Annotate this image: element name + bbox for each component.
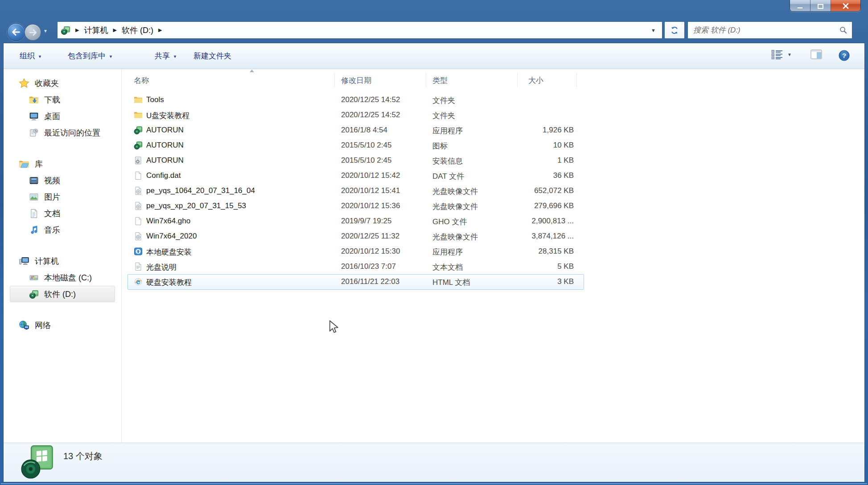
column-header-date[interactable]: 修改日期 (341, 75, 371, 86)
file-type: 文件夹 (432, 95, 455, 106)
sidebar-group-header[interactable]: 网络 (4, 317, 121, 333)
sidebar-item[interactable]: 视频 (10, 172, 115, 189)
refresh-button[interactable] (664, 21, 685, 39)
sidebar-group-header[interactable]: 库 (4, 156, 121, 172)
file-name: 本地硬盘安装 (146, 247, 192, 257)
file-row[interactable]: Tools 2020/12/25 14:52 文件夹 (122, 92, 864, 107)
dropdown-caret-icon: ▼ (787, 52, 792, 57)
search-input[interactable] (692, 25, 839, 35)
file-type: 图标 (432, 141, 448, 151)
sidebar-group: 计算机 本地磁盘 (C:) 软件 (D:) (4, 253, 121, 302)
file-list-area[interactable]: 名称 修改日期 类型 大小 Tools 2020/12/25 14:52 文件夹… (122, 69, 864, 443)
file-row[interactable]: AUTORUN 2015/5/10 2:45 图标 10 KB (122, 138, 864, 153)
sidebar-group-label: 计算机 (35, 256, 59, 267)
include-in-library-label: 包含到库中 (68, 51, 106, 61)
share-button[interactable]: 共享 ▼ (150, 43, 181, 69)
file-size: 1 KB (517, 156, 574, 165)
music-icon (29, 225, 39, 235)
file-name: pe_yqs_1064_20_07_31_16_04 (146, 186, 255, 195)
file-name: AUTORUN (146, 126, 184, 135)
sidebar-item[interactable]: 下载 (10, 91, 115, 108)
folder-icon (134, 111, 143, 119)
organize-button[interactable]: 组织 ▼ (15, 43, 46, 69)
sidebar-group-label: 库 (35, 159, 43, 169)
address-bar[interactable]: ▶ 计算机 ▶ 软件 (D:) ▶ ▼ (57, 21, 662, 39)
include-in-library-button[interactable]: 包含到库中 ▼ (63, 43, 117, 69)
column-header-name[interactable]: 名称 (134, 75, 149, 86)
breadcrumb-computer[interactable]: 计算机 (84, 25, 108, 36)
file-type: DAT 文件 (432, 171, 464, 181)
file-row[interactable]: Win7x64_2020 2020/12/25 11:32 光盘映像文件 3,8… (122, 229, 864, 244)
share-label: 共享 (155, 51, 170, 61)
recent-pages-chevron-icon[interactable]: ▼ (43, 29, 48, 33)
sidebar-item[interactable]: 软件 (D:) (10, 286, 115, 302)
dropdown-caret-icon: ▼ (173, 53, 177, 59)
breadcrumb-drive-d[interactable]: 软件 (D:) (122, 25, 153, 36)
sidebar-item[interactable]: 桌面 (10, 108, 115, 124)
file-row[interactable]: AUTORUN 2016/1/8 4:54 应用程序 1,926 KB (122, 123, 864, 138)
autorun-cd-icon (134, 141, 143, 150)
address-dropdown-icon[interactable]: ▼ (651, 28, 658, 33)
back-button[interactable] (7, 23, 25, 41)
file-row[interactable]: pe_yqs_xp_20_07_31_15_53 2020/10/12 15:3… (122, 198, 864, 214)
new-folder-button[interactable]: 新建文件夹 (189, 43, 236, 69)
file-date-modified: 2015/5/10 2:45 (341, 141, 391, 150)
sidebar-group-header[interactable]: 收藏夹 (4, 75, 121, 91)
column-header-size[interactable]: 大小 (528, 75, 543, 86)
column-separator[interactable] (576, 73, 577, 87)
file-row[interactable]: U盘安装教程 2020/12/25 14:52 文件夹 (122, 107, 864, 123)
file-row[interactable]: AUTORUN 2015/5/10 2:45 安装信息 1 KB (122, 153, 864, 168)
file-row[interactable]: Config.dat 2020/10/12 15:42 DAT 文件 36 KB (122, 168, 864, 183)
dropdown-caret-icon: ▼ (38, 53, 42, 59)
file-date-modified: 2020/10/12 15:42 (341, 171, 400, 180)
sidebar-item-label: 下载 (44, 95, 60, 105)
file-date-modified: 2020/10/12 15:41 (341, 186, 400, 195)
disc-image-icon (134, 186, 143, 195)
file-size: 36 KB (517, 171, 574, 180)
sidebar: 收藏夹 下载 桌面 最近访问的位置 库 视频 图片 文档 音乐 计算机 (4, 69, 122, 443)
file-size: 652,072 KB (517, 186, 574, 195)
file-size: 1,926 KB (517, 126, 574, 135)
file-row[interactable]: Win7x64.gho 2019/9/7 19:25 GHO 文件 2,900,… (122, 214, 864, 229)
html-file-icon (134, 277, 143, 286)
sidebar-item[interactable]: 图片 (10, 189, 115, 205)
file-size: 279,696 KB (517, 201, 574, 210)
sidebar-item-label: 桌面 (44, 111, 60, 122)
sidebar-group-header[interactable]: 计算机 (4, 253, 121, 269)
sidebar-item[interactable]: 最近访问的位置 (10, 124, 115, 141)
file-row[interactable]: pe_yqs_1064_20_07_31_16_04 2020/10/12 15… (122, 183, 864, 198)
file-size: 3,874,126 ... (517, 232, 574, 241)
column-separator[interactable] (334, 73, 335, 87)
file-row[interactable]: 硬盘安装教程 2016/11/21 22:03 HTML 文档 3 KB (122, 274, 864, 289)
blue-app-icon (134, 247, 143, 256)
file-row[interactable]: 光盘说明 2016/10/23 7:07 文本文档 5 KB (122, 259, 864, 274)
preview-pane-button[interactable] (810, 49, 822, 61)
column-separator[interactable] (426, 73, 426, 87)
sidebar-group: 收藏夹 下载 桌面 最近访问的位置 (4, 75, 121, 141)
change-view-button[interactable]: ▼ (771, 49, 792, 60)
item-count: 13 个对象 (63, 450, 103, 462)
pictures-icon (29, 192, 39, 202)
documents-icon (29, 209, 39, 218)
help-button[interactable]: ? (838, 49, 850, 63)
file-date-modified: 2015/5/10 2:45 (341, 156, 391, 165)
file-size: 28,315 KB (517, 247, 574, 256)
column-separator[interactable] (517, 73, 518, 87)
sidebar-item-label: 本地磁盘 (C:) (44, 272, 92, 283)
file-size: 3 KB (517, 277, 574, 286)
sidebar-item[interactable]: 文档 (10, 205, 115, 222)
sidebar-item[interactable]: 音乐 (10, 222, 115, 238)
setup-info-icon (134, 156, 143, 165)
sidebar-item-label: 软件 (D:) (44, 289, 76, 300)
forward-button[interactable] (25, 24, 41, 41)
disc-image-icon (134, 201, 143, 210)
file-row[interactable]: 本地硬盘安装 2020/10/12 15:30 应用程序 28,315 KB (122, 244, 864, 259)
software-drive-icon (61, 25, 70, 35)
sidebar-item[interactable]: 本地磁盘 (C:) (10, 269, 115, 286)
download-folder-icon (29, 95, 39, 105)
preview-pane-icon (810, 49, 822, 59)
sidebar-group: 网络 (4, 317, 121, 333)
column-header-type[interactable]: 类型 (432, 75, 448, 86)
file-name: Tools (146, 95, 164, 104)
sidebar-group: 库 视频 图片 文档 音乐 (4, 156, 121, 238)
